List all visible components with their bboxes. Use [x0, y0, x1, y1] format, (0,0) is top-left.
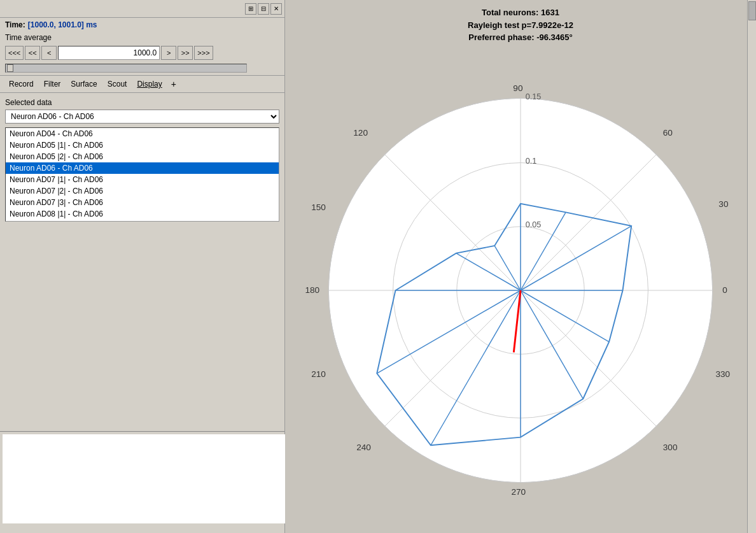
label-210: 210: [311, 369, 326, 379]
label-270: 270: [511, 487, 526, 497]
menu-record[interactable]: Record: [5, 78, 38, 90]
label-30: 30: [718, 199, 729, 208]
label-330: 330: [715, 369, 730, 379]
data-section: Selected data Neuron AD06 - Ch AD06 Neur…: [0, 93, 284, 227]
neuron-list-item[interactable]: Neuron AD07 |3| - Ch AD06: [6, 197, 279, 208]
label-60: 60: [663, 128, 673, 138]
right-panel: Total neurons: 1631 Rayleigh test p=7.99…: [285, 0, 756, 533]
title-bar: ⊞ ⊟ ✕: [0, 0, 284, 18]
label-300: 300: [663, 443, 678, 452]
data-dropdown-row: Neuron AD06 - Ch AD06: [5, 110, 279, 124]
navigation-row: <<< << < > >> >>>: [0, 45, 284, 61]
chart-title-line1: Total neurons: 1631: [468, 6, 573, 19]
chart-title-line2: Rayleigh test p=7.9922e-12: [468, 19, 573, 32]
menu-surface[interactable]: Surface: [67, 78, 101, 90]
neuron-list-item[interactable]: Neuron AD06 - Ch AD06: [6, 162, 279, 174]
label-90: 90: [513, 83, 523, 92]
neuron-list-item[interactable]: Neuron AD04 - Ch AD06: [6, 128, 279, 139]
time-slider-thumb[interactable]: [7, 64, 13, 72]
polar-chart-svg: 0.05 0.1 0.15 90 60 30 0 330 300 270 240…: [291, 61, 750, 520]
left-panel: ⊞ ⊟ ✕ Time: [1000.0, 1001.0] ms Time ave…: [0, 0, 285, 533]
neuron-list-item[interactable]: Neuron AD07 |1| - Ch AD06: [6, 174, 279, 185]
neuron-select[interactable]: Neuron AD06 - Ch AD06: [5, 110, 279, 124]
layout-icon[interactable]: ⊟: [258, 3, 269, 15]
right-scrollbar[interactable]: [747, 0, 756, 533]
time-row: Time: [1000.0, 1001.0] ms: [0, 18, 284, 32]
time-input[interactable]: [58, 46, 160, 60]
radial-label-005: 0.05: [526, 220, 542, 229]
add-button[interactable]: +: [169, 79, 179, 89]
menu-filter[interactable]: Filter: [40, 78, 65, 90]
selected-data-label: Selected data: [5, 98, 279, 107]
label-180: 180: [305, 285, 319, 295]
nav-far-left-button[interactable]: <<<: [5, 46, 24, 60]
time-average-label: Time average: [0, 32, 284, 45]
label-0: 0: [722, 285, 727, 295]
neuron-list-item[interactable]: Neuron AD07 |2| - Ch AD06: [6, 185, 279, 197]
nav-left2-button[interactable]: <<: [25, 46, 40, 60]
close-button[interactable]: ✕: [270, 3, 282, 15]
time-slider-row: [0, 61, 284, 75]
neuron-list-item[interactable]: Neuron AD05 |1| - Ch AD06: [6, 139, 279, 151]
label-120: 120: [353, 128, 368, 138]
menu-display[interactable]: Display: [133, 78, 165, 90]
time-label: Time:: [5, 20, 25, 29]
radial-label-01: 0.1: [526, 156, 537, 165]
neuron-list-item[interactable]: Neuron AD05 |2| - Ch AD06: [6, 151, 279, 162]
chart-title-line3: Preferred phase: -96.3465°: [468, 31, 573, 44]
neuron-list-item[interactable]: Neuron AD08 |1| - Ch AD06: [6, 208, 279, 220]
label-240: 240: [356, 443, 371, 452]
label-150: 150: [311, 202, 326, 211]
neuron-list[interactable]: Neuron AD04 - Ch AD06Neuron AD05 |1| - C…: [5, 127, 279, 222]
nav-far-right-button[interactable]: >>>: [194, 46, 213, 60]
time-slider-track[interactable]: [5, 64, 247, 73]
grid-icon[interactable]: ⊞: [245, 3, 256, 15]
bottom-chart: [3, 434, 287, 523]
nav-left1-button[interactable]: <: [41, 46, 57, 60]
menu-bar: Record Filter Surface Scout Display +: [0, 75, 284, 93]
radial-label-015: 0.15: [526, 92, 542, 101]
time-value: [1000.0, 1001.0] ms: [28, 20, 97, 29]
bottom-panel: [0, 431, 284, 533]
nav-right1-button[interactable]: >: [161, 46, 176, 60]
polar-chart-container: 0.05 0.1 0.15 90 60 30 0 330 300 270 240…: [285, 48, 756, 534]
nav-right2-button[interactable]: >>: [178, 46, 193, 60]
right-scroll-thumb[interactable]: [748, 1, 756, 20]
chart-header: Total neurons: 1631 Rayleigh test p=7.99…: [468, 0, 573, 48]
menu-scout[interactable]: Scout: [104, 78, 131, 90]
